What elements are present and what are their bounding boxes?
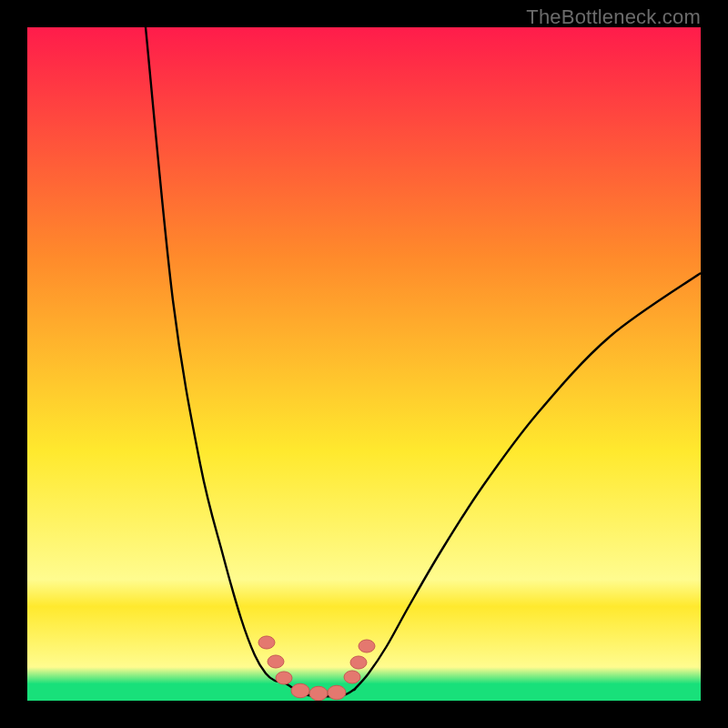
curve-marker — [276, 672, 292, 684]
watermark-text: TheBottleneck.com — [526, 5, 701, 29]
curve-marker — [350, 656, 367, 669]
curve-marker — [268, 655, 284, 668]
chart-frame: TheBottleneck.com — [0, 0, 728, 728]
plot-area — [27, 27, 701, 701]
bottleneck-curve — [27, 27, 701, 701]
curve-marker — [328, 685, 346, 700]
curve-marker — [291, 683, 309, 698]
curve-marker — [309, 686, 328, 701]
curve-marker — [359, 640, 375, 652]
curve-marker — [344, 671, 360, 683]
curve-marker — [258, 636, 275, 649]
